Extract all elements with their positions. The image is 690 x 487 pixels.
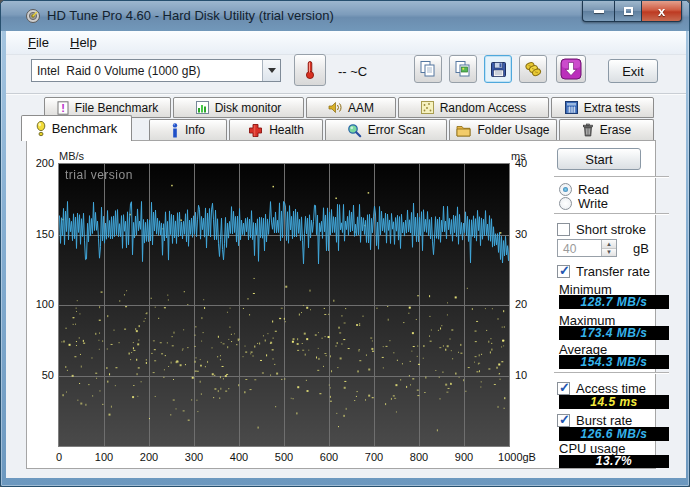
burst-rate-value: 126.6 MB/s — [559, 427, 669, 441]
spinner-buttons[interactable]: ▲▼ — [601, 240, 616, 256]
average-value: 154.3 MB/s — [559, 355, 669, 369]
trial-watermark: trial version — [65, 168, 133, 182]
axis-tick-label: 100 — [84, 451, 124, 463]
drive-select-combobox[interactable]: Intel Raid 0 Volume (1000 gB) — [31, 59, 281, 82]
check-updates-button[interactable] — [556, 55, 586, 83]
spinner-up-icon[interactable]: ▲ — [602, 240, 616, 249]
tab-aam[interactable]: AAM — [306, 97, 396, 118]
axis-tick-label: 150 — [26, 228, 54, 240]
tab-label: Health — [269, 123, 304, 137]
start-button-label: Start — [585, 152, 612, 167]
access-time-label: Access time — [576, 381, 646, 396]
erase-icon — [582, 123, 594, 137]
axis-tick-label: 700 — [354, 451, 394, 463]
axis-tick-label: 50 — [26, 369, 54, 381]
disk-monitor-icon — [196, 101, 209, 114]
copy-pages-icon — [419, 60, 437, 78]
axis-tick-label: 0 — [39, 451, 79, 463]
short-stroke-spinner[interactable]: 40 ▲▼ — [557, 239, 617, 257]
tab-label: File Benchmark — [75, 101, 158, 115]
minimize-icon — [594, 10, 604, 13]
download-arrow-icon — [560, 58, 582, 80]
minimize-button[interactable] — [582, 1, 614, 22]
chevron-down-icon — [268, 68, 276, 73]
health-icon — [248, 123, 263, 138]
close-button[interactable]: x — [641, 1, 682, 22]
menu-file[interactable]: File — [28, 35, 49, 50]
burst-rate-checkbox[interactable] — [557, 414, 570, 427]
tab-label: Disk monitor — [215, 101, 282, 115]
axis-tick-label: 300 — [174, 451, 214, 463]
random-access-icon — [421, 101, 434, 114]
file-benchmark-icon: ! — [57, 101, 69, 115]
tab-benchmark[interactable]: Benchmark — [21, 115, 132, 141]
axis-tick-label: 40 — [515, 157, 545, 169]
short-stroke-label: Short stroke — [576, 222, 646, 237]
aam-speaker-icon — [328, 101, 342, 114]
app-disk-icon — [25, 8, 41, 24]
client-area: File Help Intel Raid 0 Volume (1000 gB) … — [6, 31, 686, 478]
tab-disk-monitor[interactable]: Disk monitor — [173, 97, 304, 118]
axis-tick-label: 100 — [26, 298, 54, 310]
panel-separator — [554, 372, 669, 374]
maximize-icon — [624, 7, 633, 15]
tab-label: Random Access — [440, 101, 527, 115]
combo-dropdown-button[interactable] — [262, 60, 280, 81]
title-bar[interactable]: HD Tune Pro 4.60 - Hard Disk Utility (tr… — [1, 1, 689, 31]
maximize-button[interactable] — [614, 1, 641, 22]
tab-folder-usage[interactable]: Folder Usage — [449, 119, 557, 140]
access-time-checkbox[interactable] — [557, 382, 570, 395]
axis-tick-label: 500 — [264, 451, 304, 463]
toolbar-separator — [6, 93, 686, 95]
axis-tick-label: 400 — [219, 451, 259, 463]
transfer-rate-label: Transfer rate — [576, 264, 650, 279]
panel-separator — [554, 176, 669, 178]
tab-health[interactable]: Health — [229, 119, 323, 140]
hd-tune-window: HD Tune Pro 4.60 - Hard Disk Utility (tr… — [0, 0, 690, 487]
axis-tick-label: 800 — [399, 451, 439, 463]
axis-tick-label: 10 — [515, 369, 545, 381]
temperature-value: -- ~C — [338, 64, 367, 79]
read-radio-label: Read — [578, 182, 609, 197]
burst-rate-label: Burst rate — [576, 413, 632, 428]
axis-tick-label: 20 — [515, 298, 545, 310]
axis-tick-label: 900 — [444, 451, 484, 463]
menu-help[interactable]: Help — [70, 35, 97, 50]
panel-separator — [554, 213, 669, 215]
tab-info[interactable]: Info — [149, 119, 227, 140]
tab-label: Erase — [600, 123, 631, 137]
access-time-value: 14.5 ms — [559, 395, 669, 409]
save-floppy-icon — [490, 61, 507, 78]
spinner-down-icon[interactable]: ▼ — [602, 249, 616, 257]
benchmark-icon — [36, 121, 46, 137]
menu-bar: File Help — [6, 31, 686, 55]
save-screenshot-button[interactable] — [484, 55, 512, 83]
gold-coins-icon — [524, 60, 542, 78]
folder-usage-icon — [456, 124, 471, 137]
transfer-rate-checkbox[interactable] — [557, 265, 570, 278]
register-button[interactable] — [519, 55, 547, 83]
close-icon: x — [658, 5, 665, 18]
tab-extra-tests[interactable]: Extra tests — [551, 97, 654, 118]
tab-random-access[interactable]: Random Access — [398, 97, 549, 118]
exit-button[interactable]: Exit — [608, 59, 658, 83]
tab-label: Extra tests — [584, 101, 641, 115]
axis-tick-label: 30 — [515, 228, 545, 240]
caption-buttons: x — [582, 1, 682, 22]
svg-text:!: ! — [61, 101, 65, 113]
tab-erase[interactable]: Erase — [559, 119, 654, 140]
minimum-value: 128.7 MB/s — [559, 295, 669, 309]
copy-screenshot-button[interactable] — [449, 55, 477, 83]
read-radio[interactable] — [559, 183, 572, 196]
copy-text-button[interactable] — [414, 55, 442, 83]
tab-error-scan[interactable]: Error Scan — [325, 119, 447, 140]
tab-label: Error Scan — [368, 123, 425, 137]
drive-select-value: Intel Raid 0 Volume (1000 gB) — [32, 64, 262, 78]
short-stroke-checkbox[interactable] — [557, 223, 570, 236]
short-stroke-value: 40 — [558, 240, 601, 256]
temperature-button[interactable] — [294, 54, 326, 86]
axis-tick-label: 200 — [26, 157, 54, 169]
write-radio[interactable] — [559, 197, 572, 210]
start-button[interactable]: Start — [557, 148, 641, 170]
tab-label: Info — [185, 123, 205, 137]
